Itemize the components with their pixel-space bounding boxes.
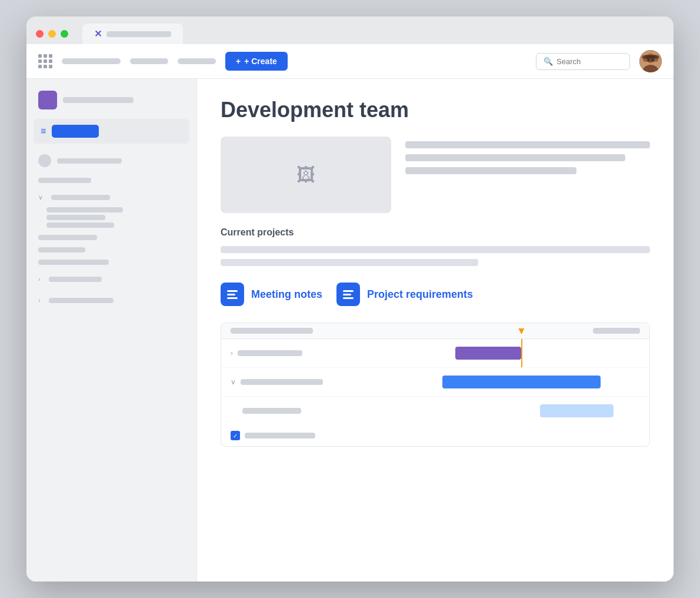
hero-image: 🖼 <box>221 137 391 213</box>
sidebar-expandable-1[interactable]: ∨ <box>34 190 189 205</box>
minimize-btn[interactable] <box>48 30 56 38</box>
close-btn[interactable] <box>36 30 44 38</box>
sidebar-label-1 <box>57 158 122 164</box>
meeting-notes-label: Meeting notes <box>251 288 322 301</box>
page-title: Development team <box>221 98 650 122</box>
doc-icon-1 <box>221 283 244 306</box>
workspace-icon <box>38 91 57 109</box>
sidebar-group-label-3 <box>49 298 114 303</box>
sidebar-group-1: ∨ <box>34 190 189 228</box>
search-box[interactable]: 🔍 <box>536 53 630 70</box>
main-layout: ≡ ∨ <box>26 79 674 582</box>
checkbox-checked: ✓ <box>231 431 240 440</box>
avatar[interactable] <box>639 50 662 72</box>
chevron-down-icon: ∨ <box>38 194 43 201</box>
nav-item-3[interactable] <box>178 58 216 64</box>
tab-bar: ✕ <box>82 24 183 44</box>
sidebar-circle-1 <box>38 154 51 167</box>
create-button[interactable]: + + Create <box>225 52 288 71</box>
sidebar-expandable-2[interactable]: › <box>34 272 189 286</box>
gantt-bar-1 <box>455 347 521 360</box>
gantt-today-line <box>521 339 522 367</box>
gantt-chart: › ∨ <box>221 323 650 447</box>
gantt-row-4: ✓ <box>221 425 649 446</box>
active-pill[interactable] <box>52 125 99 138</box>
chevron-right-icon: › <box>38 275 41 283</box>
plus-icon: + <box>236 57 241 66</box>
sidebar-label-5 <box>38 260 109 265</box>
gantt-bar-3 <box>540 404 614 417</box>
gantt-row-1[interactable]: › <box>221 339 649 368</box>
content-line-1 <box>221 246 650 253</box>
avatar-image <box>639 50 662 72</box>
check-icon: ✓ <box>233 433 238 439</box>
hero-section: 🖼 <box>221 137 650 213</box>
sidebar-active-section: ≡ <box>34 119 189 144</box>
gantt-task-label-1 <box>238 350 302 356</box>
hero-lines <box>405 137 650 213</box>
nav-item-1[interactable] <box>62 58 121 64</box>
image-placeholder-icon: 🖼 <box>296 164 315 186</box>
doc-lines-icon <box>227 290 238 299</box>
svg-rect-7 <box>644 55 657 58</box>
sidebar-label-2 <box>38 178 91 183</box>
search-icon: 🔍 <box>544 57 553 66</box>
gantt-task-label-2 <box>241 379 323 385</box>
gantt-label-1: › <box>231 349 372 357</box>
sidebar-group-label-2 <box>49 277 102 282</box>
gantt-bar-area-1 <box>376 345 640 361</box>
sidebar-expandable-3[interactable]: › <box>34 293 189 307</box>
hero-line-2 <box>405 154 625 161</box>
content-lines <box>221 246 650 266</box>
tab-title <box>106 31 171 37</box>
sidebar-label-3 <box>38 235 97 240</box>
hero-line-1 <box>405 141 650 148</box>
gantt-task-label-4 <box>245 433 315 438</box>
workspace-title <box>63 97 134 103</box>
maximize-btn[interactable] <box>61 30 68 38</box>
window-controls: ✕ <box>36 24 664 44</box>
content-line-2 <box>221 259 478 266</box>
browser-window: ✕ + + Create 🔍 <box>26 16 674 582</box>
browser-chrome: ✕ <box>26 16 674 44</box>
confluence-icon: ✕ <box>94 28 102 39</box>
gantt-row-3 <box>221 397 649 425</box>
gantt-row-2[interactable]: ∨ <box>221 368 649 397</box>
svg-point-5 <box>652 59 654 61</box>
sidebar-sub-item-2 <box>46 215 105 220</box>
project-requirements-label: Project requirements <box>367 288 473 301</box>
gantt-bar-area-2 <box>376 374 640 390</box>
sidebar-group-label-1 <box>51 195 110 200</box>
gantt-bar-2 <box>442 376 601 388</box>
gantt-header-dates <box>593 328 640 334</box>
svg-point-4 <box>648 59 649 61</box>
gantt-label-2: ∨ <box>231 378 372 386</box>
hero-line-3 <box>405 167 576 174</box>
content-area: Development team 🖼 Current projects <box>197 79 674 582</box>
top-nav: + + Create 🔍 <box>26 44 674 79</box>
create-label: + Create <box>244 57 277 66</box>
sidebar-label-4 <box>38 247 85 253</box>
cards-row: Meeting notes Project requirements <box>221 283 650 306</box>
nav-item-2[interactable] <box>130 58 168 64</box>
gantt-header-task <box>231 328 313 334</box>
chevron-right-icon-2: › <box>38 297 41 304</box>
doc-card-meeting-notes[interactable]: Meeting notes <box>221 283 322 306</box>
active-tab[interactable]: ✕ <box>82 24 183 44</box>
sidebar-sub-item-3 <box>46 222 114 228</box>
gantt-body: › ∨ <box>221 339 649 446</box>
chevron-right-gantt: › <box>231 349 233 357</box>
chevron-down-gantt: ∨ <box>231 378 236 386</box>
sidebar-item-1[interactable] <box>34 151 189 171</box>
gantt-label-3 <box>231 408 372 414</box>
doc-lines-icon-2 <box>343 290 354 299</box>
sidebar-workspace[interactable] <box>34 88 189 112</box>
sidebar-sub-item-1 <box>46 207 123 212</box>
search-input[interactable] <box>556 57 622 66</box>
gantt-task-label-3 <box>242 408 301 414</box>
doc-card-project-requirements[interactable]: Project requirements <box>336 283 473 306</box>
gantt-bar-area-3 <box>376 403 640 419</box>
sidebar: ≡ ∨ <box>26 79 197 582</box>
app-grid-icon[interactable] <box>38 54 52 68</box>
doc-icon-2 <box>336 283 360 306</box>
